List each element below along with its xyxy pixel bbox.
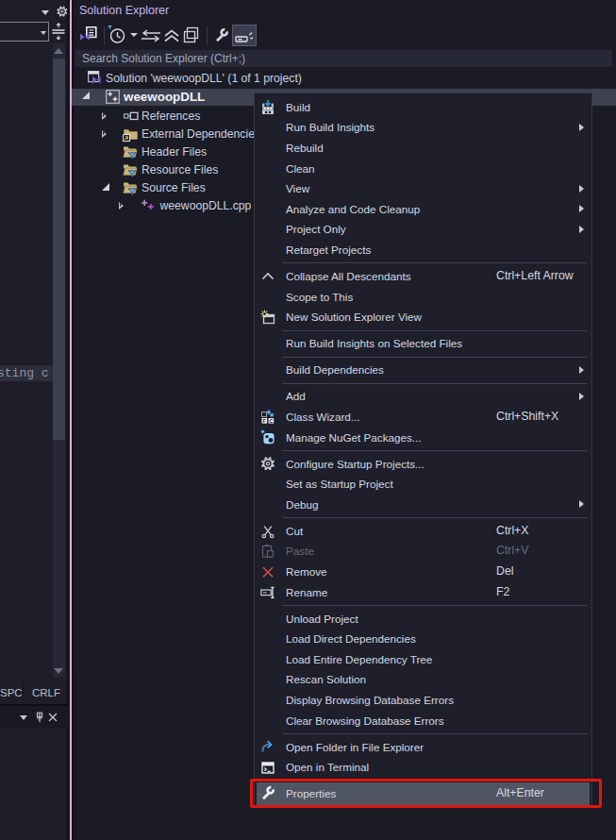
svg-text:C: C — [270, 417, 274, 423]
